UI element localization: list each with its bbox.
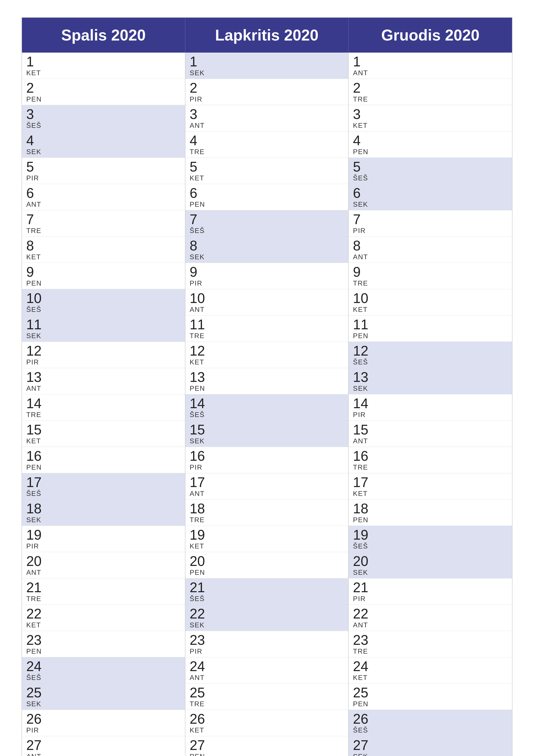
day-name: TRE xyxy=(190,332,344,340)
day-number: 22 xyxy=(190,607,344,621)
day-name: KET xyxy=(190,174,344,182)
day-number: 26 xyxy=(190,712,344,726)
day-name: PIR xyxy=(190,279,344,287)
day-number: 25 xyxy=(190,686,344,700)
day-name: SEK xyxy=(353,753,508,756)
day-cell: 24ANT xyxy=(185,657,348,684)
month-header-gruodis: Gruodis 2020 xyxy=(349,18,512,53)
day-cell: 17KET xyxy=(349,473,512,500)
day-number: 18 xyxy=(190,502,344,516)
day-number: 17 xyxy=(190,475,344,489)
day-cell: 16TRE xyxy=(349,447,512,473)
day-cell: 13SEK xyxy=(349,368,512,394)
day-name: SEK xyxy=(26,148,181,156)
day-name: PIR xyxy=(190,647,344,655)
day-cell: 11TRE xyxy=(185,315,348,342)
day-number: 24 xyxy=(190,660,344,673)
day-name: KET xyxy=(26,437,181,445)
day-number: 21 xyxy=(190,580,344,594)
day-name: PIR xyxy=(353,595,508,603)
day-number: 11 xyxy=(26,318,181,332)
day-cell: 23PEN xyxy=(22,631,185,657)
day-number: 23 xyxy=(190,633,344,647)
day-name: PEN xyxy=(26,647,181,655)
day-name: SEK xyxy=(190,437,344,445)
day-number: 25 xyxy=(26,686,181,700)
day-cell: 16PIR xyxy=(185,447,348,473)
day-number: 3 xyxy=(353,107,508,121)
day-name: ŠEŠ xyxy=(190,227,344,235)
day-number: 7 xyxy=(353,212,508,226)
day-name: PEN xyxy=(190,753,344,756)
day-name: SEK xyxy=(190,69,344,77)
day-number: 5 xyxy=(190,160,344,174)
day-number: 24 xyxy=(26,660,181,673)
day-number: 8 xyxy=(353,239,508,253)
day-cell: 10ŠEŠ xyxy=(22,289,185,315)
day-number: 2 xyxy=(190,81,344,95)
day-name: PIR xyxy=(26,174,181,182)
day-name: ANT xyxy=(190,122,344,129)
day-name: ANT xyxy=(353,253,508,261)
day-name: ANT xyxy=(353,69,508,77)
day-name: ANT xyxy=(190,490,344,498)
day-name: ŠEŠ xyxy=(353,542,508,550)
day-number: 5 xyxy=(353,160,508,174)
day-name: SEK xyxy=(190,621,344,629)
day-cell: 13PEN xyxy=(185,368,348,394)
day-cell: 17ŠEŠ xyxy=(22,473,185,500)
day-cell: 12KET xyxy=(185,342,348,368)
day-name: ŠEŠ xyxy=(26,122,181,129)
day-cell: 21TRE xyxy=(22,579,185,605)
day-number: 12 xyxy=(190,344,344,358)
day-name: KET xyxy=(190,542,344,550)
day-number: 12 xyxy=(353,344,508,358)
day-cell: 20PEN xyxy=(185,552,348,579)
day-number: 6 xyxy=(26,186,181,200)
day-number: 26 xyxy=(353,712,508,726)
days-container: 1KET2PEN3ŠEŠ4SEK5PIR6ANT7TRE8KET9PEN10ŠE… xyxy=(22,53,512,756)
day-name: PEN xyxy=(353,148,508,156)
day-name: PEN xyxy=(190,569,344,577)
day-cell: 17ANT xyxy=(185,473,348,500)
day-number: 9 xyxy=(26,265,181,279)
day-number: 3 xyxy=(26,107,181,121)
day-name: ŠEŠ xyxy=(353,358,508,366)
day-name: KET xyxy=(190,726,344,734)
day-number: 24 xyxy=(353,660,508,673)
day-cell: 19KET xyxy=(185,526,348,552)
day-name: ŠEŠ xyxy=(353,174,508,182)
day-number: 11 xyxy=(353,318,508,332)
day-number: 16 xyxy=(190,449,344,463)
day-number: 18 xyxy=(353,502,508,516)
day-number: 9 xyxy=(353,265,508,279)
day-number: 22 xyxy=(26,607,181,621)
day-number: 1 xyxy=(26,55,181,68)
day-cell: 25PEN xyxy=(349,684,512,710)
day-number: 2 xyxy=(353,81,508,95)
day-cell: 8SEK xyxy=(185,237,348,263)
day-number: 14 xyxy=(190,396,344,410)
day-cell: 27ANT xyxy=(22,736,185,756)
day-cell: 26PIR xyxy=(22,710,185,736)
day-name: TRE xyxy=(190,516,344,524)
day-name: TRE xyxy=(26,595,181,603)
day-name: TRE xyxy=(26,227,181,235)
day-number: 19 xyxy=(190,528,344,542)
day-cell: 8KET xyxy=(22,237,185,263)
day-number: 3 xyxy=(190,107,344,121)
page: Spalis 2020 Lapkritis 2020 Gruodis 2020 … xyxy=(0,0,534,756)
day-name: KET xyxy=(353,306,508,313)
day-name: KET xyxy=(353,122,508,129)
day-name: ANT xyxy=(26,385,181,392)
day-number: 16 xyxy=(26,449,181,463)
day-number: 10 xyxy=(190,291,344,305)
day-cell: 10ANT xyxy=(185,289,348,315)
day-name: PEN xyxy=(353,700,508,708)
day-number: 23 xyxy=(26,633,181,647)
day-number: 6 xyxy=(190,186,344,200)
day-cell: 6SEK xyxy=(349,184,512,210)
day-name: PIR xyxy=(26,542,181,550)
month-col-spalis: 1KET2PEN3ŠEŠ4SEK5PIR6ANT7TRE8KET9PEN10ŠE… xyxy=(22,53,185,756)
day-cell: 2PEN xyxy=(22,79,185,105)
